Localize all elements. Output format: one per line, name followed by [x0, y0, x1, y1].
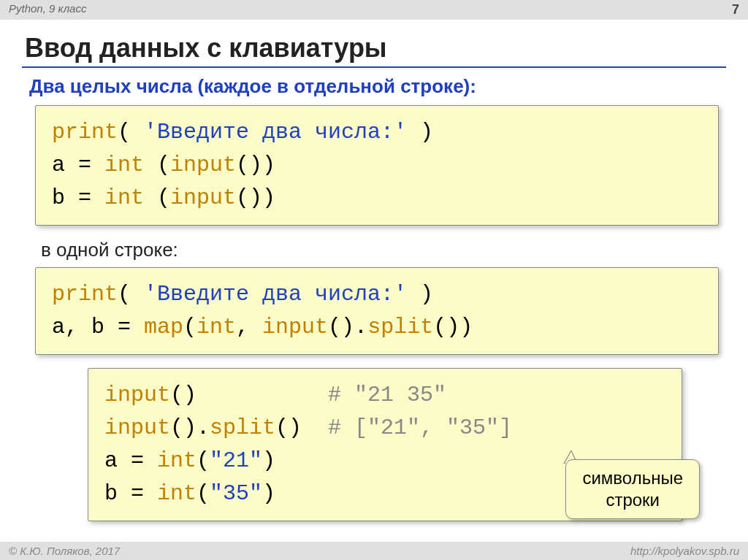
code-block-2: print( 'Введите два числа:' ) a, b = map… — [35, 267, 719, 355]
header-left: Python, 9 класс — [9, 2, 86, 18]
footer-url: http://kpolyakov.spb.ru — [630, 545, 739, 557]
footer-copyright: © К.Ю. Поляков, 2017 — [9, 545, 120, 557]
slide-header: Python, 9 класс 7 — [0, 0, 748, 20]
slide-footer: © К.Ю. Поляков, 2017 http://kpolyakov.sp… — [0, 542, 748, 560]
subtitle: Два целых числа (каждое в отдельной стро… — [29, 75, 726, 98]
slide-title: Ввод данных с клавиатуры — [25, 33, 726, 64]
note-one-line: в одной строке: — [41, 239, 726, 261]
callout-line2: строки — [582, 489, 683, 511]
page-number: 7 — [732, 2, 739, 18]
callout-line1: символьные — [582, 467, 683, 489]
code-block-1: print( 'Введите два числа:' ) a = int (i… — [35, 105, 719, 226]
title-underline — [22, 66, 726, 68]
callout-box: символьные строки — [565, 459, 700, 519]
